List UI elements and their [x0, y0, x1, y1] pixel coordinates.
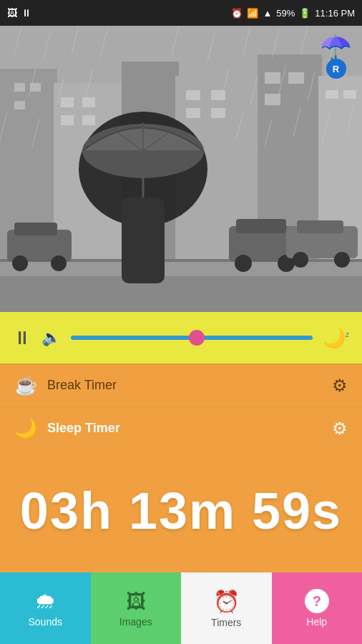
- svg-rect-12: [61, 115, 74, 125]
- timers-icon: ⏰: [213, 589, 240, 614]
- nav-images[interactable]: 🖼 Images: [91, 572, 182, 644]
- svg-rect-19: [288, 72, 304, 84]
- alarm-icon: ⏰: [231, 8, 243, 19]
- slider-thumb[interactable]: [189, 330, 205, 346]
- svg-rect-22: [343, 90, 356, 99]
- pause-status-icon: ⏸: [21, 7, 31, 19]
- svg-rect-21: [326, 90, 338, 99]
- umbrella-avatar[interactable]: ☂️ R: [320, 33, 352, 79]
- svg-rect-18: [265, 72, 280, 84]
- sounds-label: Sounds: [29, 616, 62, 628]
- svg-rect-27: [236, 219, 286, 233]
- wifi-icon: 📶: [247, 8, 258, 19]
- images-label: Images: [119, 616, 152, 628]
- coffee-icon: ☕: [14, 374, 37, 396]
- svg-rect-11: [82, 97, 95, 107]
- help-label: Help: [306, 616, 327, 628]
- clock-time: 11:16 PM: [315, 8, 355, 19]
- svg-rect-9: [14, 101, 25, 109]
- svg-rect-10: [61, 97, 74, 107]
- svg-point-28: [235, 255, 252, 272]
- battery-icon: 🔋: [299, 8, 310, 19]
- photo-icon: 🖼: [7, 7, 17, 19]
- avatar-badge: R: [326, 59, 346, 79]
- countdown-display: 03h 13m 59s: [0, 449, 362, 572]
- svg-point-33: [334, 252, 350, 268]
- svg-point-32: [293, 252, 308, 268]
- svg-rect-13: [82, 115, 95, 125]
- break-timer-label: Break Timer: [47, 378, 332, 393]
- sleep-timer-settings-icon[interactable]: ⚙: [332, 419, 348, 439]
- sleep-timer-label: Sleep Timer: [47, 421, 332, 436]
- nav-help[interactable]: ? Help: [272, 572, 363, 644]
- break-timer-row: ☕ Break Timer ⚙: [0, 364, 362, 406]
- bottom-nav: 🌧 Sounds 🖼 Images ⏰ Timers ? Help: [0, 572, 362, 644]
- countdown-text: 03h 13m 59s: [20, 482, 342, 540]
- battery-percent: 59%: [276, 8, 295, 19]
- svg-rect-35: [14, 223, 57, 235]
- sleep-timer-row: 🌙 Sleep Timer ⚙: [0, 406, 362, 449]
- nav-timers[interactable]: ⏰ Timers: [181, 572, 272, 644]
- status-bar: 🖼 ⏸ ⏰ 📶 ▲ 59% 🔋 11:16 PM: [0, 0, 362, 26]
- svg-rect-7: [14, 83, 25, 92]
- hero-image: [0, 26, 362, 312]
- svg-rect-31: [297, 220, 343, 233]
- sleep-moon-icon[interactable]: 🌙z: [323, 327, 349, 349]
- sounds-icon: 🌧: [34, 589, 56, 613]
- svg-rect-16: [186, 108, 200, 118]
- volume-slider[interactable]: [71, 334, 313, 341]
- signal-icon: ▲: [263, 8, 272, 19]
- nav-sounds[interactable]: 🌧 Sounds: [0, 572, 91, 644]
- volume-icon[interactable]: 🔈: [41, 328, 61, 347]
- svg-rect-46: [122, 197, 165, 283]
- help-icon: ?: [305, 589, 329, 613]
- svg-rect-20: [265, 94, 280, 105]
- timers-label: Timers: [211, 617, 241, 628]
- svg-rect-17: [211, 108, 225, 118]
- pause-button[interactable]: ⏸: [13, 327, 31, 349]
- svg-point-37: [51, 255, 67, 271]
- sleep-timer-icon: 🌙: [14, 417, 37, 439]
- player-bar: ⏸ 🔈 🌙z: [0, 312, 362, 364]
- svg-rect-14: [186, 90, 200, 100]
- images-icon: 🖼: [126, 590, 146, 613]
- rain-scene-svg: [0, 26, 362, 312]
- break-timer-settings-icon[interactable]: ⚙: [332, 376, 348, 396]
- svg-point-36: [12, 255, 28, 271]
